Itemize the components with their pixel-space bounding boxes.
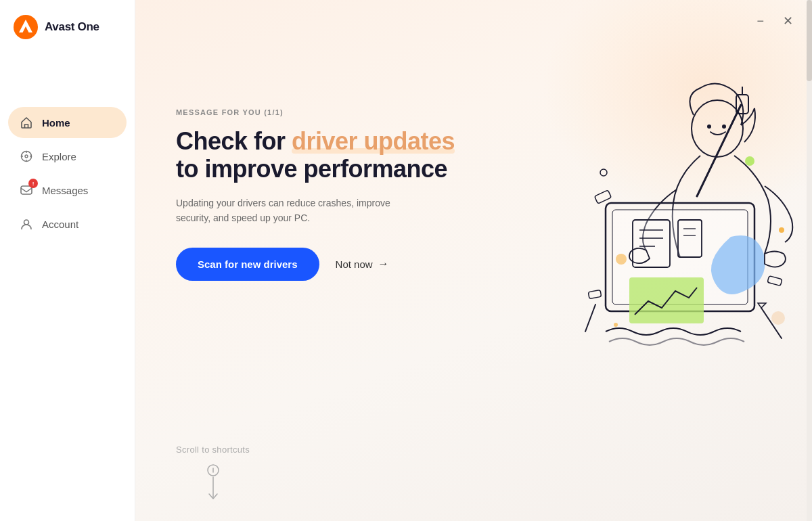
svg-point-28 — [614, 323, 618, 327]
arrow-icon: → — [378, 258, 389, 270]
scroll-icon — [200, 460, 227, 501]
sidebar: Avast One Home — [0, 0, 135, 521]
sidebar-item-account-label: Account — [42, 219, 78, 230]
message-text-section: MESSAGE FOR YOU (1/1) Check for driver u… — [176, 108, 501, 281]
svg-point-2 — [25, 155, 28, 158]
action-buttons: Scan for new drivers Not now → — [176, 248, 501, 281]
scrollbar-thumb[interactable] — [807, 0, 812, 81]
close-button[interactable]: ✕ — [780, 12, 796, 30]
explore-icon — [19, 149, 34, 164]
sidebar-item-explore[interactable]: Explore — [8, 141, 127, 172]
headline-part1: Check for — [176, 127, 292, 155]
sidebar-item-explore-label: Explore — [42, 151, 76, 162]
scan-drivers-button[interactable]: Scan for new drivers — [176, 248, 319, 281]
sidebar-nav: Home Explore — [0, 53, 135, 240]
minimize-button[interactable]: − — [754, 12, 767, 30]
messages-icon: ! — [19, 183, 34, 198]
sidebar-item-home[interactable]: Home — [8, 107, 127, 138]
svg-rect-25 — [588, 290, 601, 299]
scroll-label: Scroll to shortcuts — [176, 445, 250, 455]
message-area: MESSAGE FOR YOU (1/1) Check for driver u… — [176, 108, 812, 281]
app-name: Avast One — [45, 20, 99, 34]
svg-rect-19 — [629, 277, 704, 323]
sidebar-item-messages-label: Messages — [42, 185, 88, 196]
svg-marker-31 — [758, 303, 766, 308]
sidebar-item-account[interactable]: Account — [8, 208, 127, 240]
headline-part2: to improve performance — [176, 155, 447, 183]
scroll-section: Scroll to shortcuts — [176, 445, 250, 501]
window-controls: − ✕ — [754, 12, 796, 30]
message-label: MESSAGE FOR YOU (1/1) — [176, 108, 501, 116]
svg-point-0 — [14, 15, 38, 39]
message-description: Updating your drivers can reduce crashes… — [176, 196, 420, 226]
account-icon — [19, 217, 34, 231]
svg-point-36 — [771, 311, 785, 325]
messages-badge: ! — [28, 179, 38, 188]
not-now-button[interactable]: Not now → — [336, 258, 389, 270]
not-now-label: Not now — [336, 258, 373, 270]
app-logo: Avast One — [0, 0, 135, 53]
message-headline: Check for driver updatesto improve perfo… — [176, 127, 501, 183]
home-icon — [19, 115, 34, 130]
svg-point-8 — [24, 220, 29, 225]
main-content: − ✕ MESSAGE FOR YOU (1/1) Check for driv… — [135, 0, 812, 521]
headline-highlight: driver updates — [292, 127, 455, 155]
avast-logo-icon — [14, 15, 38, 39]
svg-line-32 — [585, 304, 595, 332]
sidebar-item-home-label: Home — [42, 117, 70, 129]
sidebar-item-messages[interactable]: ! Messages — [8, 175, 127, 206]
